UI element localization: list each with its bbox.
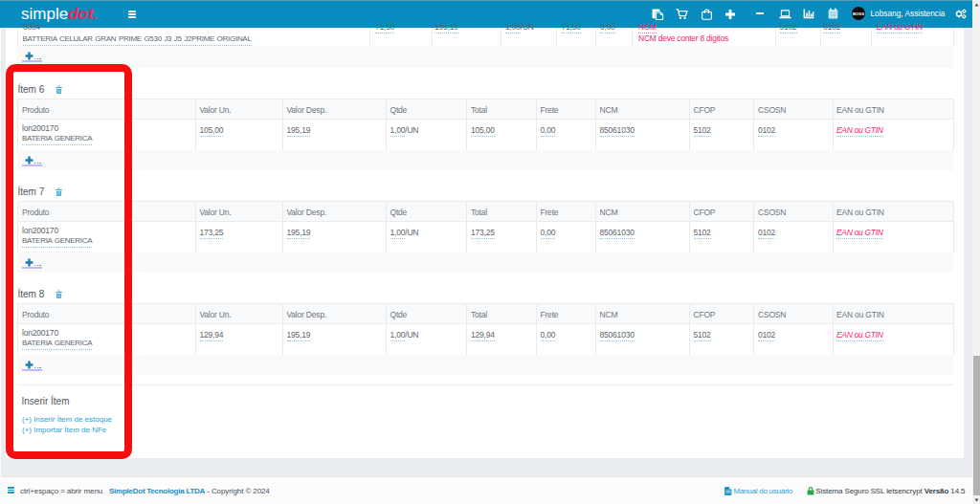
svg-text:BOSS: BOSS [852, 11, 863, 16]
